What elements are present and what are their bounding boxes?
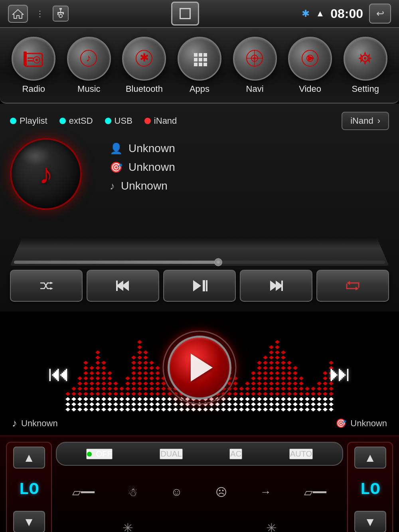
sidebar-item-radio[interactable]: Radio (12, 37, 55, 94)
bluetooth-status-icon: ✱ (302, 8, 310, 19)
album-icon: 🎯 (110, 161, 122, 174)
inand-dot (144, 118, 151, 124)
shuffle-button[interactable] (10, 270, 83, 302)
music-icon: ♪ (67, 37, 111, 81)
next-button-large[interactable]: ⏭ (329, 361, 351, 386)
vis-note-icon: ♪ (12, 417, 17, 429)
vis-album-label: Unknown (350, 418, 387, 429)
auto-mode-button[interactable]: AUTO (289, 449, 313, 459)
defrost-front-icon[interactable]: ▱━━ (304, 486, 326, 499)
usb-icon (53, 6, 69, 22)
svg-rect-18 (199, 53, 202, 57)
floor-vent-icon[interactable]: ☹ (215, 486, 227, 499)
ac-mode-button[interactable]: AC (229, 449, 242, 459)
svg-marker-36 (50, 282, 53, 284)
sidebar-item-video[interactable]: Video (288, 37, 332, 94)
source-inand[interactable]: iNand (144, 116, 177, 126)
artist-row: 👤 Unknown (110, 142, 389, 155)
recirculate-icon[interactable]: → (260, 486, 271, 498)
playback-controls (10, 270, 389, 302)
sidebar-item-apps[interactable]: Apps (178, 37, 221, 94)
climate-icons-row: ▱━━ ☃ ☺ ☹ → ▱━━ (56, 468, 343, 516)
video-icon (288, 37, 332, 81)
svg-rect-5 (63, 13, 64, 14)
note-icon: ♪ (110, 180, 115, 192)
sidebar-item-setting[interactable]: Setting (344, 37, 387, 94)
apps-label: Apps (190, 84, 209, 94)
off-indicator (87, 452, 92, 457)
fan-controls-row: ✳ ✳ (56, 518, 343, 532)
player-section: Playlist extSD USB iNand iNand › ♪ (0, 104, 399, 312)
svg-text:♪: ♪ (86, 52, 91, 64)
home-button[interactable] (8, 5, 28, 23)
usb-dot (105, 118, 111, 124)
right-temp-down-button[interactable]: ▼ (354, 511, 386, 532)
source-playlist[interactable]: Playlist (10, 116, 47, 126)
vent-direction-icon[interactable]: ☺ (171, 486, 182, 498)
repeat-button[interactable] (316, 270, 389, 302)
right-temp-up-button[interactable]: ▲ (354, 447, 386, 469)
up-arrow-icon: ▲ (23, 451, 35, 465)
svg-rect-43 (206, 280, 207, 291)
svg-rect-25 (203, 63, 207, 66)
right-fan-icon[interactable]: ✳ (266, 520, 277, 532)
back-button[interactable]: ↩ (369, 4, 391, 24)
svg-rect-12 (28, 60, 34, 61)
left-fan-icon[interactable]: ✳ (122, 520, 133, 532)
clock-display: 08:00 (330, 6, 363, 21)
navi-icon (233, 37, 277, 81)
sidebar-item-music[interactable]: ♪ Music (67, 37, 111, 94)
play-triangle-icon (191, 354, 213, 382)
svg-rect-1 (59, 8, 62, 10)
vis-song-label: Unknown (21, 418, 58, 429)
play-pause-button[interactable] (163, 270, 236, 302)
menu-dots-button[interactable]: ⋮ (36, 9, 45, 18)
off-mode-button[interactable]: OFF (86, 449, 113, 459)
seat-heat-icon[interactable]: ☃ (128, 486, 138, 499)
source-extsd[interactable]: extSD (59, 116, 93, 126)
vis-album-info: 🎯 Unknown (336, 418, 387, 429)
progress-track[interactable] (14, 261, 385, 264)
vis-song-info: ♪ Unknown (12, 417, 58, 429)
vis-disc-icon: 🎯 (336, 418, 346, 429)
left-temp-display: LO (19, 480, 39, 499)
stop-button[interactable] (171, 2, 199, 26)
visualizer-track-info: ♪ Unknown 🎯 Unknown (0, 417, 399, 429)
track-info: 👤 Unknown 🎯 Unknown ♪ Unknown (110, 138, 389, 192)
svg-point-35 (364, 57, 366, 59)
title-row: ♪ Unknown (110, 180, 389, 192)
svg-rect-22 (203, 58, 207, 61)
right-temp-display: LO (360, 480, 380, 499)
bluetooth-label: Bluetooth (126, 84, 163, 94)
track-display: ♪ 👤 Unknown 🎯 Unknown ♪ Unknown (10, 138, 389, 210)
svg-rect-40 (116, 281, 118, 291)
svg-text:✱: ✱ (139, 51, 148, 64)
previous-button-large[interactable]: ⏮ (48, 361, 70, 386)
previous-button[interactable] (87, 270, 159, 302)
svg-marker-0 (13, 10, 23, 18)
sidebar-item-navi[interactable]: Navi (233, 37, 277, 94)
sidebar-item-bluetooth[interactable]: ✱ Bluetooth (122, 37, 166, 94)
svg-marker-33 (308, 55, 314, 61)
radio-label: Radio (22, 84, 45, 94)
dual-mode-button[interactable]: DUAL (160, 449, 182, 459)
right-temp-control: ▲ LO ▼ (347, 442, 393, 532)
svg-rect-42 (203, 280, 205, 291)
down-arrow-icon: ▼ (23, 515, 35, 529)
video-label: Video (299, 84, 321, 94)
setting-icon (344, 37, 387, 81)
next-button[interactable] (240, 270, 312, 302)
left-temp-down-button[interactable]: ▼ (13, 511, 45, 532)
playlist-dot (10, 118, 16, 124)
play-button-large[interactable] (168, 336, 231, 399)
left-temp-up-button[interactable]: ▲ (13, 447, 45, 469)
source-usb[interactable]: USB (105, 116, 132, 126)
progress-thumb[interactable] (214, 258, 222, 266)
svg-rect-24 (199, 63, 202, 66)
selected-source-button[interactable]: iNand › (342, 112, 389, 130)
svg-point-6 (59, 14, 62, 18)
svg-point-10 (36, 59, 38, 61)
down-arrow-icon: ▼ (364, 515, 376, 529)
defrost-rear-icon[interactable]: ▱━━ (72, 486, 95, 499)
progress-area[interactable] (10, 218, 389, 266)
